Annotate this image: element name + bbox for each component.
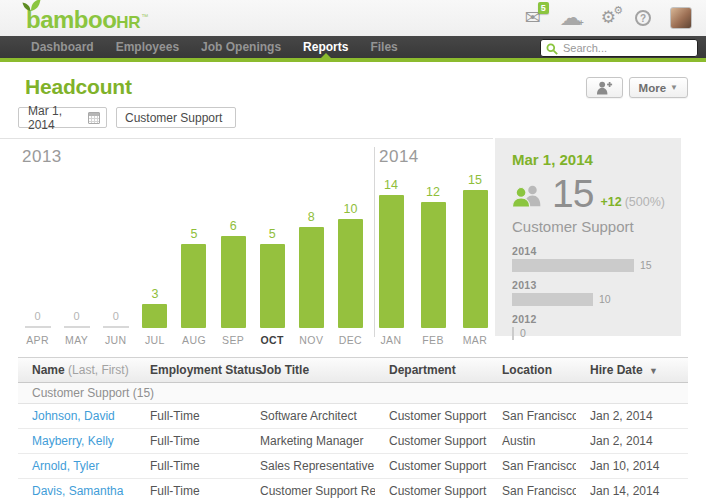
month-label: APR — [26, 328, 49, 350]
nav-item-dashboard[interactable]: Dashboard — [20, 36, 105, 58]
bar[interactable] — [221, 236, 246, 328]
summary-department-label: Customer Support — [512, 218, 665, 235]
year-bar — [512, 259, 634, 272]
calendar-icon[interactable] — [88, 112, 100, 124]
bar-value-label: 0 — [74, 310, 80, 322]
column-header-employment-status[interactable]: Employment Status — [136, 363, 246, 377]
month-label: NOV — [299, 328, 323, 350]
month-label: MAY — [65, 328, 88, 350]
employee-name-link[interactable]: Davis, Samantha — [18, 484, 136, 498]
year-bar-value: 0 — [520, 327, 526, 339]
bar[interactable] — [299, 227, 324, 328]
settings-icon[interactable]: ⚙ ⚙ — [601, 9, 616, 27]
headcount-chart-section: 2013 0APR0MAY0JUN3JUL5AUG6SEP5OCT8NOV10D… — [0, 138, 706, 350]
table-cell: Jan 10, 2014 — [576, 459, 688, 473]
bar[interactable] — [181, 244, 206, 328]
column-header-location[interactable]: Location — [488, 363, 576, 377]
table-cell: Full-Time — [136, 459, 246, 473]
bar-value-label: 8 — [308, 210, 315, 224]
chart-month-mar: 15MAR — [454, 139, 496, 350]
bar-value-label: 3 — [151, 287, 158, 301]
year-bar-label: 2014 — [512, 245, 665, 257]
bar-value-label: 15 — [468, 173, 482, 187]
bar[interactable] — [142, 304, 167, 328]
month-label: OCT — [261, 328, 284, 350]
user-avatar[interactable] — [670, 7, 692, 29]
messages-count-badge: 5 — [538, 2, 549, 14]
year-label-2014: 2014 — [379, 147, 419, 167]
bar-value-label: 0 — [113, 310, 119, 322]
summary-panel: Mar 1, 2014 15 +12 (500%) Customer Suppo… — [495, 138, 681, 336]
chart-slots-2013: 0APR0MAY0JUN3JUL5AUG6SEP5OCT8NOV10DEC — [18, 139, 370, 350]
more-button[interactable]: More ▼ — [629, 77, 688, 98]
year-bar-row-2014: 201415 — [512, 245, 665, 272]
department-filter[interactable]: Customer Support — [116, 107, 236, 128]
messages-icon[interactable]: ✉ 5 — [525, 8, 541, 28]
bar[interactable] — [260, 244, 285, 328]
year-bar-label: 2012 — [512, 313, 665, 325]
cloud-upload-icon[interactable]: ☁ + — [560, 7, 582, 29]
chart-group-2013: 2013 0APR0MAY0JUN3JUL5AUG6SEP5OCT8NOV10D… — [18, 139, 370, 350]
nav-item-reports[interactable]: Reports — [292, 36, 359, 58]
table-row: Mayberry, KellyFull-TimeMarketing Manage… — [18, 429, 688, 454]
employee-name-link[interactable]: Johnson, David — [18, 409, 136, 423]
column-header-department[interactable]: Department — [375, 363, 488, 377]
headcount-bar-chart: 2013 0APR0MAY0JUN3JUL5AUG6SEP5OCT8NOV10D… — [0, 138, 493, 350]
table-cell: Full-Time — [136, 484, 246, 498]
table-cell: Customer Support Rep... — [246, 484, 375, 498]
date-picker-value: Mar 1, 2014 — [28, 104, 80, 132]
nav-item-job-openings[interactable]: Job Openings — [190, 36, 292, 58]
bar[interactable] — [379, 195, 404, 328]
chart-slots-2014: 14JAN12FEB15MAR — [370, 139, 496, 350]
chart-month-nov: 8NOV — [292, 139, 331, 350]
year-bar-value: 15 — [640, 259, 652, 271]
page-title: Headcount — [25, 75, 132, 99]
month-label: JUN — [105, 328, 127, 350]
summary-date: Mar 1, 2014 — [512, 151, 665, 168]
chart-month-oct: 5OCT — [253, 139, 292, 350]
table-cell: Marketing Manager — [246, 434, 375, 448]
month-label: DEC — [339, 328, 362, 350]
search-icon — [546, 41, 558, 59]
bamboohr-logo[interactable]: bamboo HR ™ — [26, 6, 148, 34]
table-cell: Sales Representative — [246, 459, 375, 473]
table-row: Johnson, DavidFull-TimeSoftware Architec… — [18, 404, 688, 429]
chart-month-apr: 0APR — [18, 139, 57, 350]
year-bar — [512, 293, 593, 306]
table-cell: Austin — [488, 434, 576, 448]
chart-month-jun: 0JUN — [96, 139, 135, 350]
bar[interactable] — [421, 202, 446, 328]
nav-item-employees[interactable]: Employees — [105, 36, 190, 58]
search-input[interactable] — [540, 39, 698, 57]
table-cell: Full-Time — [136, 434, 246, 448]
bar[interactable] — [338, 219, 363, 328]
chart-month-jan: 14JAN — [370, 139, 412, 350]
summary-count-row: 15 +12 (500%) — [512, 178, 665, 210]
bar[interactable] — [463, 190, 488, 328]
headcount-total: 15 — [552, 178, 593, 210]
table-cell: Jan 2, 2014 — [576, 409, 688, 423]
person-add-icon — [596, 81, 613, 95]
month-label: JUL — [145, 328, 165, 350]
date-picker[interactable]: Mar 1, 2014 — [18, 107, 107, 128]
more-button-label: More — [639, 82, 666, 94]
column-header-name[interactable]: Name (Last, First) — [18, 363, 136, 377]
column-header-job-title[interactable]: Job Title — [246, 363, 375, 377]
help-icon[interactable]: ? — [635, 10, 651, 26]
gear-small-icon: ⚙ — [613, 4, 623, 17]
employee-name-link[interactable]: Arnold, Tyler — [18, 459, 136, 473]
month-label: FEB — [422, 328, 444, 350]
table-header: Name (Last, First) Employment Status Job… — [18, 357, 688, 383]
table-cell: Software Architect — [246, 409, 375, 423]
column-header-hire-date[interactable]: Hire Date ▼ — [576, 363, 688, 377]
report-filters: Mar 1, 2014 Customer Support — [0, 99, 706, 128]
table-cell: Customer Support — [375, 484, 488, 498]
leaf-icon — [21, 0, 41, 16]
nav-item-files[interactable]: Files — [359, 36, 408, 58]
add-employee-button[interactable] — [586, 77, 623, 98]
year-bar — [512, 327, 514, 340]
sort-desc-icon: ▼ — [649, 366, 658, 376]
question-mark-icon: ? — [635, 10, 651, 26]
chart-month-aug: 5AUG — [174, 139, 213, 350]
employee-name-link[interactable]: Mayberry, Kelly — [18, 434, 136, 448]
